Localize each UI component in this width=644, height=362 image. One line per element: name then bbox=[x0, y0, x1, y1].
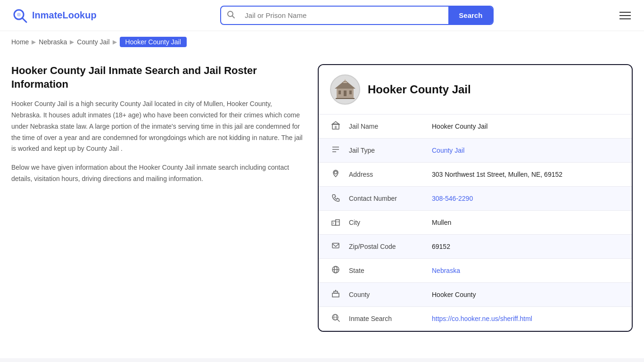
list-icon bbox=[330, 145, 341, 156]
svg-rect-7 bbox=[344, 90, 347, 96]
logo-text: InmateLookup bbox=[32, 10, 97, 21]
jail-avatar bbox=[330, 74, 360, 105]
search-globe-icon bbox=[330, 313, 341, 324]
info-row: Address303 Northwest 1st Street, Mullen,… bbox=[319, 163, 632, 187]
globe-icon bbox=[330, 265, 341, 276]
breadcrumb-sep-1: ▶ bbox=[32, 39, 36, 45]
search-button[interactable]: Search bbox=[448, 7, 493, 24]
info-value: Hooker County bbox=[432, 291, 476, 298]
left-section: Hooker County Jail Inmate Search and Jai… bbox=[11, 64, 318, 332]
main-content: Hooker County Jail Inmate Search and Jai… bbox=[0, 53, 644, 343]
info-value-link[interactable]: Nebraska bbox=[432, 267, 460, 274]
breadcrumb: Home ▶ Nebraska ▶ County Jail ▶ Hooker C… bbox=[0, 31, 644, 53]
search-input[interactable] bbox=[241, 7, 448, 24]
info-rows: Jail NameHooker County JailJail TypeCoun… bbox=[319, 115, 632, 331]
info-value-link[interactable]: 308-546-2290 bbox=[432, 195, 473, 202]
info-row: CountyHooker County bbox=[319, 283, 632, 307]
svg-rect-8 bbox=[349, 90, 352, 94]
breadcrumb-home[interactable]: Home bbox=[11, 38, 29, 46]
building-icon bbox=[330, 121, 341, 132]
svg-rect-31 bbox=[335, 290, 336, 291]
svg-point-2 bbox=[17, 13, 21, 16]
svg-rect-29 bbox=[332, 293, 339, 297]
breadcrumb-sep-3: ▶ bbox=[113, 39, 117, 45]
info-value: Hooker County Jail bbox=[432, 123, 487, 130]
jail-building-icon bbox=[333, 77, 357, 102]
info-value-link[interactable]: County Jail bbox=[432, 147, 464, 154]
county-icon bbox=[330, 289, 341, 300]
info-value[interactable]: Nebraska bbox=[432, 267, 460, 274]
hamburger-menu[interactable] bbox=[618, 10, 633, 21]
card-title: Hooker County Jail bbox=[368, 83, 471, 96]
mail-icon bbox=[330, 241, 341, 252]
info-label: Inmate Search bbox=[349, 315, 424, 322]
info-value[interactable]: County Jail bbox=[432, 147, 464, 154]
logo-link[interactable]: InmateLookup bbox=[11, 7, 97, 24]
info-row: Jail NameHooker County Jail bbox=[319, 115, 632, 139]
description-para-1: Hooker County Jail is a high security Co… bbox=[11, 99, 303, 155]
svg-rect-23 bbox=[337, 221, 338, 222]
site-header: InmateLookup Search bbox=[0, 0, 644, 31]
info-row: Inmate Searchhttps://co.hooker.ne.us/she… bbox=[319, 307, 632, 331]
info-row: Contact Number308-546-2290 bbox=[319, 187, 632, 211]
breadcrumb-current: Hooker County Jail bbox=[120, 37, 187, 47]
city-icon bbox=[330, 217, 341, 228]
info-value: 303 Northwest 1st Street, Mullen, NE, 69… bbox=[432, 171, 562, 178]
svg-line-1 bbox=[22, 18, 26, 22]
info-label: Zip/Postal Code bbox=[349, 243, 424, 250]
svg-line-4 bbox=[232, 16, 235, 18]
footer bbox=[0, 358, 644, 362]
info-label: County bbox=[349, 291, 424, 298]
info-label: City bbox=[349, 219, 424, 226]
search-icon bbox=[221, 10, 241, 21]
info-label: Address bbox=[349, 171, 424, 178]
svg-rect-14 bbox=[335, 126, 337, 129]
page-heading: Hooker County Jail Inmate Search and Jai… bbox=[11, 64, 303, 91]
info-row: Zip/Postal Code69152 bbox=[319, 235, 632, 259]
info-card: Hooker County Jail Jail NameHooker Count… bbox=[318, 64, 633, 332]
svg-rect-24 bbox=[338, 221, 339, 222]
description-para-2: Below we have given information about th… bbox=[11, 162, 303, 185]
svg-rect-22 bbox=[333, 222, 334, 224]
logo-icon bbox=[11, 7, 28, 24]
breadcrumb-sep-2: ▶ bbox=[70, 39, 74, 45]
hamburger-line-1 bbox=[619, 12, 631, 13]
svg-rect-6 bbox=[339, 90, 341, 94]
info-row: Jail TypeCounty Jail bbox=[319, 139, 632, 163]
phone-icon bbox=[330, 193, 341, 204]
svg-rect-30 bbox=[334, 291, 338, 293]
info-value: Mullen bbox=[432, 219, 451, 226]
hamburger-line-2 bbox=[619, 15, 631, 16]
search-bar: Search bbox=[220, 6, 494, 25]
info-label: Contact Number bbox=[349, 195, 424, 202]
info-value-link[interactable]: https://co.hooker.ne.us/sheriff.html bbox=[432, 315, 532, 322]
info-row: StateNebraska bbox=[319, 259, 632, 283]
info-row: CityMullen bbox=[319, 211, 632, 235]
svg-rect-25 bbox=[332, 243, 339, 248]
svg-line-33 bbox=[338, 320, 340, 322]
breadcrumb-county-jail[interactable]: County Jail bbox=[77, 38, 109, 46]
svg-point-19 bbox=[334, 171, 337, 174]
breadcrumb-nebraska[interactable]: Nebraska bbox=[39, 38, 67, 46]
location-icon bbox=[330, 169, 341, 180]
svg-rect-12 bbox=[336, 98, 355, 99]
info-label: State bbox=[349, 267, 424, 274]
hamburger-line-3 bbox=[619, 18, 631, 19]
info-value: 69152 bbox=[432, 243, 450, 250]
info-value[interactable]: https://co.hooker.ne.us/sheriff.html bbox=[432, 315, 532, 322]
card-header: Hooker County Jail bbox=[319, 65, 632, 115]
info-value[interactable]: 308-546-2290 bbox=[432, 195, 473, 202]
info-label: Jail Type bbox=[349, 147, 424, 154]
info-label: Jail Name bbox=[349, 123, 424, 130]
